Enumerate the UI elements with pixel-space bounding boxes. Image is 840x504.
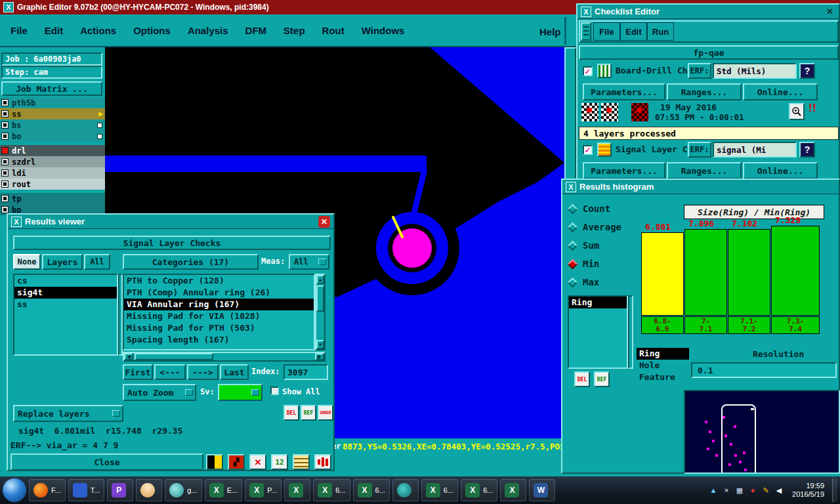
scroll-up-icon[interactable]: ▲ [316,275,324,284]
filter-none-button[interactable]: None [13,254,41,270]
stat-option-count[interactable]: Count [565,200,636,218]
radio-diamond-icon[interactable] [568,222,578,232]
taskbar-item[interactable]: X [284,479,310,501]
layer-row-drl[interactable]: drl [0,145,105,156]
index-input[interactable]: 3097 [284,364,328,380]
radio-diamond-icon[interactable] [568,240,578,251]
categories-hscrollbar[interactable]: ◀ ▶ [123,352,326,362]
filter-layers-button[interactable]: Layers [42,254,83,270]
layer-flag-box[interactable] [97,134,102,139]
menu-options[interactable]: Options [133,25,171,36]
del-button[interactable]: DEL [574,371,590,387]
menu-dfm[interactable]: DFM [245,25,267,36]
layer-checkbox[interactable] [1,158,9,165]
radio-diamond-icon[interactable] [568,277,578,287]
scroll-thumb[interactable] [316,285,324,312]
erf-value-field[interactable]: Std (Mils) [713,63,797,79]
radio-diamond-icon[interactable] [568,203,578,214]
menu-analysis[interactable]: Analysis [188,25,228,36]
categories-scrollbar[interactable]: ▲ ▼ [315,274,326,350]
radio-diamond-icon[interactable] [568,259,578,269]
taskbar-item[interactable]: X6... [421,479,458,501]
meas-dropdown[interactable]: All [289,254,329,270]
layer-row-bo[interactable]: bo [0,131,105,142]
layer-list-scrollbar[interactable] [118,274,123,356]
hscroll-thumb[interactable] [135,353,213,360]
scroll-down-icon[interactable]: ▼ [316,340,324,349]
taskbar-item[interactable] [136,479,162,501]
online-button[interactable]: Online... [743,162,818,179]
ref-button[interactable]: REF [594,371,610,387]
close-button[interactable]: Close [10,453,203,471]
undo-button[interactable]: UNDO [318,405,333,421]
layer-color-tag[interactable] [1,147,9,154]
hamburger-icon[interactable] [581,22,591,41]
layer-checkbox[interactable] [1,169,9,177]
next-button[interactable]: ---> [187,364,219,380]
stat-option-sum[interactable]: Sum [565,236,636,255]
close-icon[interactable]: ✕ [318,216,330,228]
taskbar-item[interactable]: F... [29,479,66,501]
first-button[interactable]: First [123,364,153,380]
delete-icon[interactable]: ✕ [249,454,266,470]
close-icon[interactable]: × [721,485,732,495]
layer-row-szdrl[interactable]: szdrl [0,156,105,167]
histogram-icon[interactable] [314,454,331,470]
category-item[interactable]: Missing Pad for PTH (503) [124,322,314,334]
category-item[interactable]: PTH to Copper (128) [124,275,314,287]
checklist-title-bar[interactable]: X Checklist Editor ✕ [578,5,839,19]
report-icon[interactable] [293,454,310,470]
taskbar-item[interactable]: X6... [313,479,350,501]
grid-icon[interactable]: ▦ [734,485,745,495]
menu-windows[interactable]: Windows [362,25,405,36]
show-all-checkbox[interactable] [270,387,279,395]
measure-item-feature[interactable]: Feature [637,371,689,383]
series-scrollbar[interactable] [628,295,633,369]
layer-row-ldi[interactable]: ldi [0,167,105,178]
taskbar-item[interactable]: W [529,479,555,501]
show-desktop-button[interactable] [832,478,837,502]
layer-flag-box[interactable] [97,123,102,128]
run-check-icon-2[interactable] [601,103,618,121]
board-preview[interactable] [684,390,840,474]
layers-toggle-icon[interactable] [206,454,223,470]
layer-row-bs[interactable]: bs [0,119,105,131]
category-item[interactable]: PTH (Comp) Annular ring (26) [124,287,314,299]
category-item[interactable]: Spacing length (167) [124,334,314,346]
ranges-button[interactable]: Ranges... [667,162,742,179]
clock[interactable]: 19:59 2016/5/19 [787,482,830,499]
clear-icon[interactable]: ▞ [228,454,245,470]
taskbar-item[interactable]: XP... [245,479,282,501]
layer-checkbox[interactable] [1,195,9,202]
checklist-menu-run[interactable]: Run [647,22,674,41]
last-button[interactable]: Last [220,364,249,380]
auto-zoom-dropdown[interactable]: Auto Zoom [123,384,196,401]
record-icon[interactable]: ● [747,485,758,495]
layer-row-rout[interactable]: rout [0,178,105,190]
prev-button[interactable]: <--- [154,364,186,380]
zoom-results-icon[interactable] [789,103,805,120]
job-matrix-button[interactable]: Job Matrix ... [1,81,102,96]
scroll-left-icon[interactable]: ◀ [124,353,133,360]
layer-row-pth5b[interactable]: pth5b [0,97,105,108]
online-button[interactable]: Online... [743,83,818,100]
category-item[interactable]: VIA Annular ring (167) [124,299,314,310]
measure-item-hole[interactable]: Hole [637,360,689,371]
results-viewer-title-bar[interactable]: X Results viewer ✕ [8,215,333,229]
layer-checkbox[interactable] [1,110,9,117]
parameters-button[interactable]: Parameters... [583,162,665,179]
help-button[interactable]: ? [799,63,815,79]
taskbar-item[interactable] [392,479,419,501]
ranges-button[interactable]: Ranges... [667,83,742,100]
check-enabled-checkbox[interactable]: ✓ [583,66,593,76]
erf-value-field[interactable]: signal (Mi [713,142,797,158]
rerun-icon[interactable] [631,103,648,121]
layer-checkbox[interactable] [1,133,9,140]
layer-checkbox[interactable] [1,121,9,129]
measure-item-ring[interactable]: Ring [637,348,689,360]
menu-edit[interactable]: Edit [45,25,63,36]
taskbar-item[interactable]: XE... [205,479,243,501]
filter-all-button[interactable]: All [84,254,110,270]
stat-option-max[interactable]: Max [565,273,636,291]
layer-row-ss[interactable]: ss▶ [0,108,105,119]
